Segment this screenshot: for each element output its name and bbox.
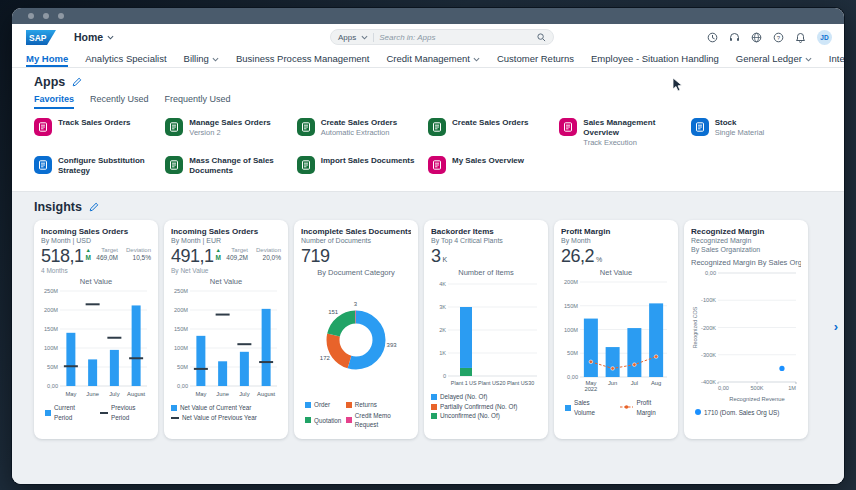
- card-footnote: By Net Value: [171, 267, 281, 274]
- svg-text:June: June: [86, 391, 99, 397]
- insight-card-incoming-sales-orders-by-month-usd[interactable]: Incoming Sales OrdersBy Month | USD518,1…: [34, 220, 158, 439]
- svg-text:2022: 2022: [584, 386, 597, 392]
- nav-tab-label: Internal Sales: [829, 53, 844, 64]
- kpi-value: 491,1: [171, 247, 214, 265]
- legend-label: Profit Margin: [636, 398, 671, 417]
- svg-text:July: July: [239, 391, 249, 397]
- target-column: Target409,2M: [226, 247, 248, 261]
- window-close-button[interactable]: [28, 13, 34, 19]
- legend-marker: [431, 394, 437, 400]
- svg-text:0,00: 0,00: [718, 385, 729, 391]
- legend-label: Order: [314, 400, 330, 409]
- globe-icon[interactable]: [751, 32, 762, 43]
- nav-tab-my-home[interactable]: My Home: [26, 50, 68, 67]
- svg-text:150M: 150M: [564, 303, 578, 309]
- edit-pencil-icon[interactable]: [72, 77, 82, 87]
- app-item-import-sales-documents[interactable]: Import Sales Documents: [297, 156, 428, 182]
- app-item-my-sales-overview[interactable]: My Sales Overview: [428, 156, 559, 182]
- edit-pencil-icon[interactable]: [89, 202, 99, 212]
- svg-text:100M: 100M: [564, 327, 578, 333]
- legend-marker: [45, 410, 51, 416]
- app-item-configure-substitution-strategy[interactable]: Configure Substitution Strategy: [34, 156, 165, 182]
- legend-marker: [305, 402, 311, 408]
- bell-icon[interactable]: [795, 32, 806, 43]
- window-titlebar: [12, 8, 844, 24]
- app-tile-icon: [559, 118, 577, 136]
- apps-tab-favorites[interactable]: Favorites: [34, 94, 74, 109]
- card-subtitle: Recognized Margin: [691, 236, 801, 245]
- search-icon[interactable]: [537, 33, 546, 42]
- headset-icon[interactable]: [729, 32, 740, 43]
- help-icon[interactable]: ?: [773, 32, 784, 43]
- legend-marker: [171, 417, 179, 419]
- app-tile-title: Sales Management Overview: [583, 118, 690, 138]
- legend-item-partially-confirmed-no-of: Partially Confirmed (No. Of): [431, 402, 541, 411]
- apps-tab-recently-used[interactable]: Recently Used: [90, 94, 149, 109]
- kpi-row: 491,1▲MTarget409,2MDeviation20,0%: [171, 247, 281, 265]
- search-scope-select[interactable]: Apps: [338, 33, 356, 42]
- app-tile-text: Import Sales Documents: [321, 156, 415, 166]
- nav-tab-employee-situation-handling[interactable]: Employee - Situation Handling: [591, 50, 719, 67]
- nav-tab-label: Customer Returns: [497, 53, 574, 64]
- insight-card-recognized-margin-recognized-margin[interactable]: Recognized MarginRecognized MarginBy Sal…: [684, 220, 808, 439]
- kpi-target-value: 10,5%: [126, 254, 151, 261]
- insight-card-profit-margin-by-month[interactable]: Profit MarginBy Month26,2%Net Value200M1…: [554, 220, 678, 439]
- app-tile-title: Stock: [715, 118, 765, 128]
- svg-text:500K: 500K: [750, 385, 763, 391]
- search-bar[interactable]: Apps Search in: Apps: [330, 29, 554, 45]
- app-item-track-sales-orders[interactable]: Track Sales Orders: [34, 118, 165, 147]
- nav-tab-internal-sales[interactable]: Internal Sales: [829, 50, 844, 67]
- sap-logo[interactable]: SAP: [26, 30, 56, 45]
- card-subtitle: By Sales Organization: [691, 245, 801, 254]
- nav-tab-customer-returns[interactable]: Customer Returns: [497, 50, 574, 67]
- app-tile-text: Create Sales Orders: [452, 118, 529, 128]
- nav-tab-general-ledger[interactable]: General Ledger: [736, 50, 812, 67]
- carousel-next-icon[interactable]: ›: [834, 320, 838, 333]
- kpi-row: 518,1▲MTarget469,0MDeviation10,5%: [41, 247, 151, 265]
- nav-tab-credit-management[interactable]: Credit Management: [387, 50, 480, 67]
- app-item-create-sales-orders[interactable]: Create Sales OrdersAutomatic Extraction: [297, 118, 428, 147]
- window-maximize-button[interactable]: [58, 13, 64, 19]
- kpi-target-label: Deviation: [256, 247, 281, 253]
- app-tile-text: Create Sales OrdersAutomatic Extraction: [321, 118, 398, 137]
- card-subtitle: By Month | EUR: [171, 236, 281, 245]
- app-item-sales-management-overview[interactable]: Sales Management OverviewTrack Execution: [559, 118, 690, 147]
- svg-text:Jul: Jul: [631, 380, 638, 386]
- app-item-mass-change-of-sales-documents[interactable]: Mass Change of Sales Documents: [165, 156, 296, 182]
- home-menu[interactable]: Home: [74, 31, 114, 43]
- insights-title: Insights: [34, 200, 82, 214]
- app-item-stock[interactable]: StockSingle Material: [691, 118, 822, 147]
- history-icon[interactable]: [707, 32, 718, 43]
- nav-tab-analytics-specialist[interactable]: Analytics Specialist: [85, 50, 166, 67]
- app-item-create-sales-orders[interactable]: Create Sales Orders: [428, 118, 559, 147]
- user-avatar[interactable]: JD: [817, 30, 832, 45]
- bar-chart: 250M200M150M100M50M0,00MayJuneJulyAugust: [41, 287, 151, 399]
- chevron-down-icon[interactable]: [361, 35, 368, 40]
- insight-card-backorder-items-by-top-4-critical-plants[interactable]: Backorder ItemsBy Top 4 Critical Plants3…: [424, 220, 548, 439]
- kpi-row: 26,2%: [561, 247, 671, 265]
- apps-tab-frequently-used[interactable]: Frequently Used: [165, 94, 231, 109]
- chart-legend: Sales VolumeProfit Margin: [561, 398, 671, 417]
- app-item-manage-sales-orders[interactable]: Manage Sales OrdersVersion 2: [165, 118, 296, 147]
- legend-item-net-value-of-previous-year: Net Value of Previous Year: [171, 413, 281, 422]
- app-tile-icon: [34, 156, 52, 174]
- kpi-value: 26,2: [561, 247, 594, 265]
- svg-text:SAP: SAP: [29, 33, 47, 43]
- app-tile-text: Manage Sales OrdersVersion 2: [189, 118, 270, 137]
- app-tile-text: Sales Management OverviewTrack Execution: [583, 118, 690, 147]
- insight-card-incoming-sales-orders-by-month-eur[interactable]: Incoming Sales OrdersBy Month | EUR491,1…: [164, 220, 288, 439]
- chart-area: 4K3K2K1K0Plant 1 US Plant US20 Plant US3…: [431, 278, 541, 392]
- nav-tab-billing[interactable]: Billing: [184, 50, 219, 67]
- nav-tab-business-process-management[interactable]: Business Process Management: [236, 50, 370, 67]
- svg-text:150M: 150M: [44, 326, 58, 332]
- app-tile-subtitle: Track Execution: [583, 138, 690, 147]
- search-input[interactable]: Search in: Apps: [379, 33, 532, 42]
- insight-card-incomplete-sales-documents-number-of-documents[interactable]: Incomplete Sales DocumentsNumber of Docu…: [294, 220, 418, 439]
- card-title: Incoming Sales Orders: [41, 227, 151, 236]
- kpi-unit: M: [216, 254, 221, 262]
- legend-label: Net Value of Previous Year: [182, 413, 257, 422]
- window-minimize-button[interactable]: [43, 13, 49, 19]
- app-tile-title: Configure Substitution Strategy: [58, 156, 165, 176]
- search-divider: [373, 33, 374, 42]
- legend-marker: [100, 412, 108, 414]
